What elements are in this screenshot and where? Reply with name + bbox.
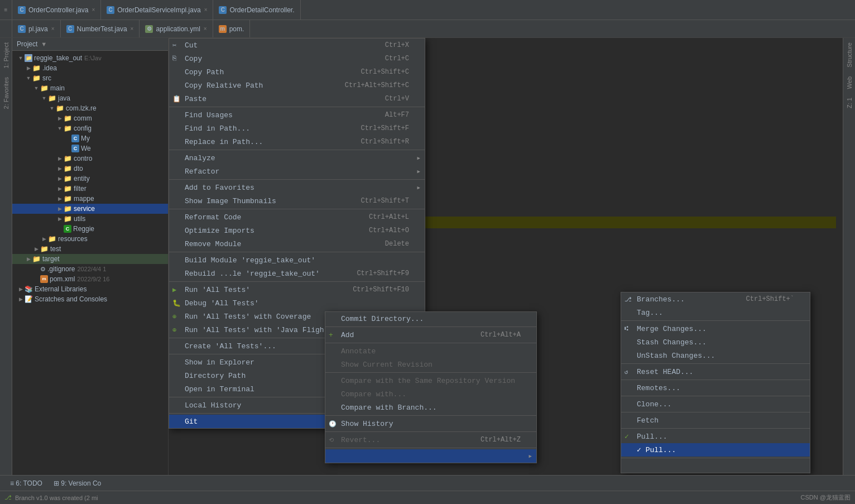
bottom-tab-todo[interactable]: ≡ 6: TODO (4, 478, 48, 488)
tree-item-java[interactable]: ▼ 📁 java (12, 93, 168, 103)
menu-shortcut: Ctrl+C (385, 55, 418, 63)
vcs-menu-commit-directory[interactable]: Commit Directory... (325, 312, 536, 325)
menu-item-paste[interactable]: 📋 Paste Ctrl+V (169, 92, 425, 105)
git-menu-reset-head[interactable]: ↺ Reset HEAD... (621, 365, 810, 378)
tree-item-my[interactable]: C My (12, 133, 168, 143)
vcs-menu-add[interactable]: + Add Ctrl+Alt+A (325, 328, 536, 342)
tab-close[interactable]: × (92, 7, 95, 13)
git-menu-push[interactable]: ✓ Pull... (621, 443, 810, 457)
tree-item-dto[interactable]: ▶ 📁 dto (12, 164, 168, 174)
git-menu-remotes[interactable]: Remotes... (621, 381, 810, 395)
menu-item-label: Directory Path (185, 372, 246, 380)
menu-item-add-to-favorites[interactable]: Add to Favorites (169, 181, 425, 194)
menu-item-label: Find in Path... (185, 124, 250, 133)
tree-item-filter[interactable]: ▶ 📁 filter (12, 184, 168, 194)
menu-item-copy-relative-path[interactable]: Copy Relative Path Ctrl+Alt+Shift+C (169, 79, 425, 92)
vcs-menu-compare-with[interactable]: Compare with... (325, 387, 536, 401)
tree-item-src[interactable]: ▼ 📁 src (12, 73, 168, 83)
tree-item-external-libraries[interactable]: ▶ 📚 External Libraries (12, 284, 168, 294)
git-menu-stash-changes[interactable]: Stash Changes... (621, 335, 810, 349)
tree-item-gitignore[interactable]: ⚙ .gitignore 2022/4/4 1 (12, 264, 168, 274)
git-menu-tag[interactable]: Tag... (621, 306, 810, 319)
menu-item-debug-all-tests[interactable]: 🐛 Debug 'All Tests' (169, 296, 425, 310)
tab-ordercontroller[interactable]: C OrderController.java × (12, 0, 101, 20)
tree-item-label: reggie_take_out (34, 54, 82, 62)
side-label-favorites[interactable]: 2: Favorites (2, 73, 11, 113)
tree-arrow: ▶ (56, 216, 64, 222)
tree-item-test[interactable]: ▶ 📁 test (12, 244, 168, 254)
tab-pom[interactable]: m pom. (213, 20, 251, 37)
tree-item-we[interactable]: C We (12, 143, 168, 153)
menu-item-label: Run 'All Tests' with Coverage (185, 313, 311, 321)
tab-close[interactable]: × (131, 26, 134, 32)
menu-item-run-all-tests[interactable]: ▶ Run 'All Tests' Ctrl+Shift+F10 (169, 283, 425, 296)
add-icon: + (329, 331, 333, 339)
tab-close[interactable]: × (51, 26, 55, 32)
tree-item-service[interactable]: ▶ 📁 service (12, 204, 168, 214)
vcs-menu-show-history[interactable]: 🕐 Show History (325, 417, 536, 430)
menu-item-reformat-code[interactable]: Reformat Code Ctrl+Alt+L (169, 210, 425, 224)
tab-applicationyml[interactable]: ⚙ application.yml × (140, 20, 213, 37)
tree-item-reggie[interactable]: C Reggie (12, 224, 168, 234)
side-label-z[interactable]: Z: 1 (845, 93, 854, 113)
menu-separator (169, 252, 425, 252)
tree-item-scratches[interactable]: ▶ 📝 Scratches and Consoles (12, 294, 168, 304)
editor-area[interactable]: <properties> <java.version>1.8</java.ver… (169, 38, 843, 475)
side-panel-toggle[interactable]: ≡ (0, 0, 12, 20)
tab-orderdetailserviceimpl[interactable]: C OrderDetailServiceImpl.java × (101, 0, 213, 20)
bottom-tab-version-control[interactable]: ⊞ 9: Version Co (48, 478, 107, 488)
menu-item-label: Reset HEAD... (637, 368, 693, 376)
menu-item-rebuild[interactable]: Rebuild ...le 'reggie_take_out' Ctrl+Shi… (169, 267, 425, 280)
menu-item-analyze[interactable]: Analyze (169, 151, 425, 165)
vcs-menu-repository[interactable] (325, 449, 536, 463)
menu-item-show-image[interactable]: Show Image Thumbnails Ctrl+Shift+T (169, 194, 425, 208)
tab-orderdetailcontroller[interactable]: C OrderDetailController. (213, 0, 300, 20)
menu-item-find-in-path[interactable]: Find in Path... Ctrl+Shift+F (169, 122, 425, 135)
tree-item-target[interactable]: ▶ 📁 target (12, 254, 168, 264)
menu-separator (325, 327, 536, 327)
tree-item-mappe[interactable]: ▶ 📁 mappe (12, 194, 168, 204)
vcs-menu-show-current-revision[interactable]: Show Current Revision (325, 358, 536, 371)
menu-item-copy[interactable]: ⎘ Copy Ctrl+C (169, 52, 425, 65)
side-label-web[interactable]: Web (845, 72, 854, 93)
tree-item-main[interactable]: ▼ 📁 main (12, 83, 168, 93)
menu-item-replace-in-path[interactable]: Replace in Path... Ctrl+Shift+R (169, 135, 425, 148)
side-label-structure[interactable]: Structure (845, 38, 854, 72)
vcs-menu-revert[interactable]: ⟲ Revert... Ctrl+Alt+Z (325, 433, 536, 447)
tree-item-comm[interactable]: ▶ 📁 comm (12, 113, 168, 123)
tree-item-comlzkre[interactable]: ▼ 📁 com.lzk.re (12, 103, 168, 113)
git-menu-unstash-changes[interactable]: UnStash Changes... (621, 349, 810, 362)
menu-item-refactor[interactable]: Refactor (169, 165, 425, 178)
vcs-menu-compare-same-version[interactable]: Compare with the Same Repository Version (325, 374, 536, 387)
menu-item-copy-path[interactable]: Copy Path Ctrl+Shift+C (169, 65, 425, 79)
tree-item-config[interactable]: ▼ 📁 config (12, 123, 168, 133)
menu-item-find-usages[interactable]: Find Usages Alt+F7 (169, 108, 425, 122)
tree-item-entity[interactable]: ▶ 📁 entity (12, 174, 168, 184)
tree-item-root[interactable]: ▼ 📁 reggie_take_out E:\Jav (12, 53, 168, 63)
tab-close[interactable]: × (204, 7, 208, 13)
panel-dropdown-icon[interactable]: ▼ (41, 41, 47, 47)
side-label-project[interactable]: 1: Project (2, 38, 11, 73)
vcs-menu-compare-with-branch[interactable]: Compare with Branch... (325, 401, 536, 414)
git-menu-branches[interactable]: ⎇ Branches... Ctrl+Shift+` (621, 292, 810, 306)
menu-item-optimize-imports[interactable]: Optimize Imports Ctrl+Alt+O (169, 224, 425, 237)
menu-item-label: Refactor (185, 167, 219, 176)
git-menu-rebase[interactable] (621, 459, 810, 473)
tab-numbertest[interactable]: C NumberTest.java × (61, 20, 140, 37)
tab-close[interactable]: × (204, 26, 207, 32)
tree-item-contro[interactable]: ▶ 📁 contro (12, 153, 168, 164)
git-menu-pull[interactable]: ✓ Pull... (621, 430, 810, 443)
tree-item-idea[interactable]: ▶ 📁 .idea (12, 63, 168, 73)
git-menu-clone[interactable]: Clone... (621, 397, 810, 411)
tree-item-resources[interactable]: ▶ 📁 resources (12, 234, 168, 244)
tab-pl[interactable]: C pl.java × (12, 20, 61, 37)
menu-item-cut[interactable]: ✂ Cut Ctrl+X (169, 39, 425, 52)
tree-item-utils[interactable]: ▶ 📁 utils (12, 214, 168, 224)
tree-item-pomxml[interactable]: m pom.xml 2022/9/2 16 (12, 274, 168, 284)
menu-item-build-module[interactable]: Build Module 'reggie_take_out' (169, 253, 425, 267)
tree-area[interactable]: ▼ 📁 reggie_take_out E:\Jav ▶ 📁 .idea ▼ 📁… (12, 51, 168, 475)
git-menu-fetch[interactable]: Fetch (621, 414, 810, 427)
menu-item-remove-module[interactable]: Remove Module Delete (169, 237, 425, 251)
git-menu-merge-changes[interactable]: ⑆ Merge Changes... (621, 322, 810, 335)
vcs-menu-annotate[interactable]: Annotate (325, 344, 536, 358)
